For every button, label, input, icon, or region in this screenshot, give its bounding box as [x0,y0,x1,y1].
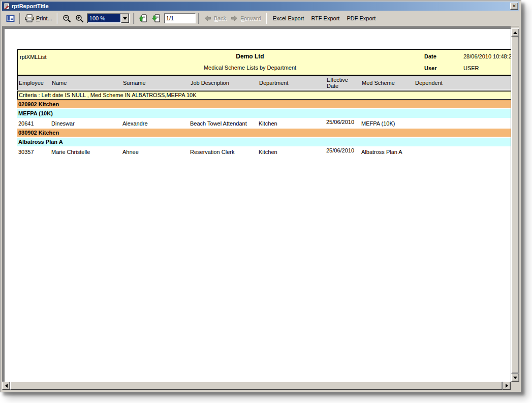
print-button[interactable]: Print... [23,12,54,24]
horizontal-scrollbar[interactable] [2,382,511,390]
subgroup-row: MEFPA (10K) [17,109,511,118]
column-header-name: Name [52,76,67,90]
titlebar[interactable]: rptReportTitle ✕ [2,2,519,11]
group-row: 020902 Kitchen [17,100,511,108]
cell-job-description: Reservation Clerk [190,147,234,157]
column-header-department: Department [259,76,288,90]
cell-job-description: Beach Towel Attendant [190,119,247,128]
group-row: 030902 Kitchen [17,129,511,137]
back-arrow-icon [204,14,212,22]
scroll-left-button[interactable] [2,382,10,390]
toolbar-separator [198,13,199,24]
cell-name: Dineswar [51,119,75,128]
company-title: Demo Ltd [236,53,264,60]
pdf-export-button[interactable]: PDF Export [343,13,379,23]
column-header-employee: Employee [19,76,44,90]
combo-dropdown-button[interactable] [121,14,129,23]
arrow-left-icon [5,384,8,388]
print-label: Print... [36,15,52,21]
arrow-up-icon [513,32,517,34]
report-content: rptXMLList Demo Ltd Medical Scheme Lists… [17,49,511,157]
column-header-med-scheme: Med Scheme [362,76,395,90]
zoom-level-combobox[interactable]: 100 % [87,13,130,23]
scroll-up-button[interactable] [511,28,519,37]
column-header-job-description: Job Description [191,76,229,90]
report-page-viewport: rptXMLList Demo Ltd Medical Scheme Lists… [2,26,511,382]
close-icon: ✕ [512,4,516,9]
cell-med-scheme: Albatross Plan A [361,147,402,157]
cell-surname: Ahnee [122,147,139,157]
cell-employee: 30357 [18,147,34,157]
column-header-dependent: Dependent [415,76,443,90]
date-label: Date [424,53,436,59]
scroll-down-button[interactable] [511,374,519,382]
report-name: rptXMLList [20,54,47,60]
printer-icon [25,14,34,22]
vertical-scrollbar[interactable] [511,28,519,382]
previous-page-icon [139,14,148,22]
user-value: USER [463,65,479,71]
cell-name: Marie Christelle [51,147,90,157]
report-header-band: rptXMLList Demo Ltd Medical Scheme Lists… [17,49,511,75]
back-button[interactable]: Back [202,12,228,24]
zoom-in-icon [75,14,84,23]
cell-effective-date: 25/06/2010 [326,119,354,128]
excel-export-button[interactable]: Excel Export [269,13,308,23]
window-title: rptReportTitle [12,3,510,9]
report-viewer-window: rptReportTitle ✕ Prin [0,0,521,392]
page-number-input[interactable] [164,13,196,23]
scroll-right-button[interactable] [503,382,511,390]
rtf-export-button[interactable]: RTF Export [307,13,343,23]
column-header-surname: Surname [123,76,146,90]
next-page-button[interactable] [150,12,163,24]
subgroup-row: Albatross Plan A [17,138,511,146]
criteria-row: Criteria : Left date IS NULL , Med Schem… [17,91,511,100]
forward-button[interactable]: Forward [228,12,263,24]
cell-employee: 20641 [18,119,34,128]
zoom-out-icon [62,14,71,23]
toolbar-separator [57,13,58,24]
toolbar: Print... 100 % [2,11,519,26]
column-header-row: Employee Name Surname Job Description De… [17,75,511,90]
scrollbar-corner [511,382,519,390]
chevron-down-icon [123,17,127,20]
group-tree-toggle-button[interactable] [4,12,17,24]
cell-department: Kitchen [259,119,277,128]
toolbar-separator [266,13,267,24]
vertical-scrollbar-thumb[interactable] [511,37,519,374]
cell-department: Kitchen [259,147,277,157]
column-header-effective-date: Effective Date [327,76,354,90]
cell-effective-date: 25/06/2010 [326,147,354,157]
data-row: 30357 Marie Christelle Ahnee Reservation… [17,147,511,157]
cell-med-scheme: MEFPA (10K) [361,119,395,128]
cell-surname: Alexandre [122,119,148,128]
close-button[interactable]: ✕ [510,3,518,10]
report-icon [3,3,10,10]
forward-arrow-icon [230,14,238,22]
data-row: 20641 Dineswar Alexandre Beach Towel Att… [17,119,511,128]
arrow-right-icon [506,384,508,388]
arrow-down-icon [513,377,517,379]
next-page-icon [152,14,161,22]
zoom-level-value: 100 % [88,14,120,22]
report-client-area: rptXMLList Demo Ltd Medical Scheme Lists… [2,26,519,390]
zoom-in-button[interactable] [73,12,86,24]
user-label: User [424,65,436,71]
report-subtitle: Medical Scheme Lists by Department [204,65,296,71]
zoom-out-button[interactable] [60,12,73,24]
horizontal-scrollbar-thumb[interactable] [10,382,503,390]
previous-page-button[interactable] [137,12,150,24]
forward-label: Forward [240,15,261,21]
back-label: Back [214,15,226,21]
date-value: 28/06/2010 10:48:26 [463,53,511,59]
toolbar-separator [19,13,20,24]
toolbar-separator [133,13,134,24]
group-tree-icon [6,14,15,22]
